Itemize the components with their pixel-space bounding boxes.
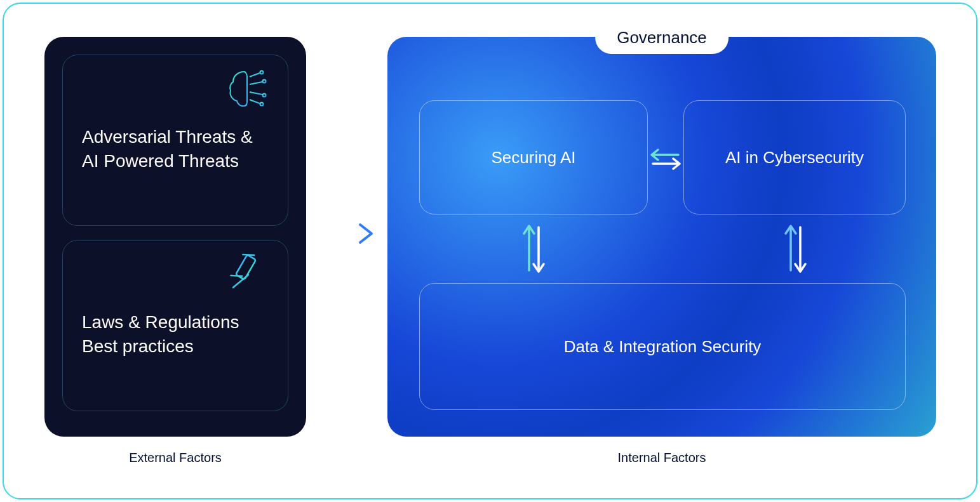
external-factors-label: External Factors (44, 451, 306, 465)
svg-point-7 (260, 103, 264, 106)
svg-line-0 (250, 73, 260, 77)
card-securing-ai: Securing AI (419, 100, 648, 215)
internal-factors-panel: Governance Securing AI AI in Cybersecuri… (387, 37, 936, 437)
arrow-bidirectional-horizontal-icon (649, 145, 682, 173)
governance-badge: Governance (595, 22, 728, 54)
card-label: Securing AI (492, 148, 576, 168)
gavel-icon (225, 252, 271, 298)
internal-factors-label: Internal Factors (387, 451, 936, 465)
external-card-title: Laws & Regulations Best practices (82, 310, 272, 359)
svg-point-1 (260, 71, 264, 74)
external-card-title: Adversarial Threats & AI Powered Threats (82, 125, 272, 173)
arrow-bidirectional-vertical-icon (520, 221, 547, 277)
arrow-right-icon (316, 221, 378, 246)
card-label: AI in Cybersecurity (725, 148, 864, 168)
svg-line-2 (250, 82, 262, 84)
ai-brain-icon (225, 67, 271, 112)
arrow-bidirectional-vertical-icon (781, 221, 809, 277)
card-label: Data & Integration Security (564, 337, 762, 357)
svg-point-5 (263, 94, 266, 97)
card-data-integration-security: Data & Integration Security (419, 283, 906, 410)
svg-line-4 (250, 92, 262, 95)
external-card-threats: Adversarial Threats & AI Powered Threats (62, 55, 288, 226)
external-card-laws: Laws & Regulations Best practices (62, 240, 288, 411)
external-factors-panel: Adversarial Threats & AI Powered Threats… (44, 37, 306, 437)
svg-line-6 (250, 100, 260, 103)
card-ai-in-cybersecurity: AI in Cybersecurity (683, 100, 906, 215)
svg-point-3 (263, 80, 266, 83)
